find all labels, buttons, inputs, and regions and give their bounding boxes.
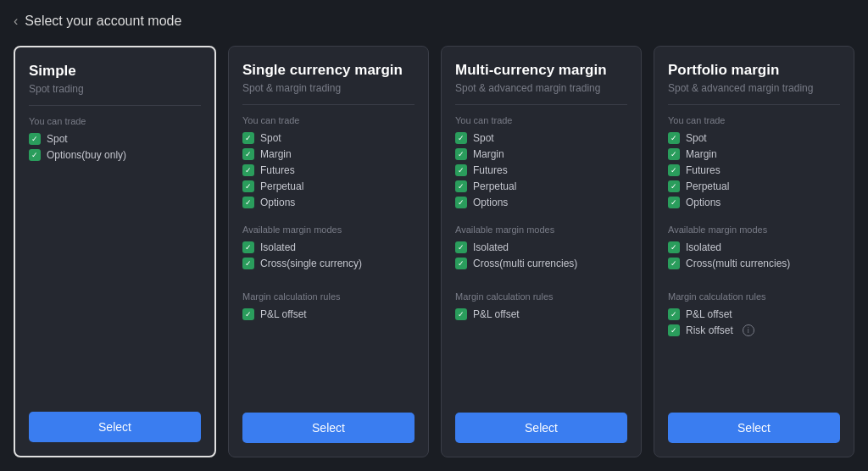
trade-item: Perpetual xyxy=(668,180,840,192)
check-icon xyxy=(668,258,680,269)
trade-item-label: Spot xyxy=(473,132,494,144)
trade-item: Futures xyxy=(455,164,627,176)
card-title: Portfolio margin xyxy=(668,62,840,79)
margin-calc-label: Margin calculation rules xyxy=(668,291,840,302)
select-button[interactable]: Select xyxy=(242,413,415,443)
check-icon xyxy=(455,308,467,320)
select-button[interactable]: Select xyxy=(29,412,201,442)
trade-item: Spot xyxy=(29,133,201,145)
trade-item: Margin xyxy=(455,148,627,160)
trade-item: Spot xyxy=(242,132,415,144)
trade-list: SpotMarginFuturesPerpetualOptions xyxy=(455,132,627,213)
trade-item-label: Perpetual xyxy=(260,180,303,192)
trade-item: Margin xyxy=(668,148,840,160)
card-subtitle: Spot & margin trading xyxy=(242,82,415,94)
page-header: ‹ Select your account mode xyxy=(14,14,854,29)
margin-mode-label: Cross(single currency) xyxy=(260,258,362,269)
margin-mode-item: Isolated xyxy=(668,241,840,253)
account-mode-card-portfolio[interactable]: Portfolio margin Spot & advanced margin … xyxy=(654,46,854,457)
margin-calc-section: Margin calculation rules P&L offsetRisk … xyxy=(668,291,840,348)
check-icon xyxy=(455,241,467,253)
trade-item: Options xyxy=(668,197,840,208)
check-icon xyxy=(668,148,680,160)
page-title: Select your account mode xyxy=(25,14,181,29)
trade-item-label: Options xyxy=(686,197,721,208)
check-icon xyxy=(668,132,680,144)
trade-item-label: Futures xyxy=(686,164,721,176)
trade-item-label: Options xyxy=(260,197,295,208)
margin-calc-item: Risk offseti xyxy=(668,324,840,336)
back-icon[interactable]: ‹ xyxy=(14,14,18,29)
cards-container: Simple Spot trading You can trade SpotOp… xyxy=(14,46,854,457)
card-subtitle: Spot & advanced margin trading xyxy=(668,82,840,94)
info-icon[interactable]: i xyxy=(743,324,754,336)
check-icon xyxy=(242,258,254,269)
check-icon xyxy=(242,132,254,144)
margin-calc-item: P&L offset xyxy=(242,308,415,320)
margin-calc-list: P&L offset xyxy=(455,308,627,320)
check-icon xyxy=(242,148,254,160)
margin-mode-label: Isolated xyxy=(260,241,296,253)
check-icon xyxy=(242,197,254,208)
check-icon xyxy=(29,133,41,145)
trade-list: SpotMarginFuturesPerpetualOptions xyxy=(242,132,415,213)
margin-mode-item: Isolated xyxy=(455,241,627,253)
margin-modes-label: Available margin modes xyxy=(242,224,415,235)
check-icon xyxy=(668,324,680,336)
margin-calc-list: P&L offsetRisk offseti xyxy=(668,308,840,336)
margin-calc-list: P&L offset xyxy=(242,308,415,320)
trade-item: Futures xyxy=(242,164,415,176)
select-button[interactable]: Select xyxy=(455,413,627,443)
margin-calc-label: Margin calculation rules xyxy=(242,291,415,302)
margin-calc-item: P&L offset xyxy=(668,308,840,320)
check-icon xyxy=(668,308,680,320)
check-icon xyxy=(242,308,254,320)
trade-item: Margin xyxy=(242,148,415,160)
trade-item-label: Margin xyxy=(260,148,292,160)
check-icon xyxy=(668,197,680,208)
check-icon xyxy=(455,180,467,192)
trade-item-label: Perpetual xyxy=(473,180,516,192)
trade-list: SpotOptions(buy only) xyxy=(29,133,201,165)
margin-calc-item: P&L offset xyxy=(455,308,627,320)
check-icon xyxy=(455,164,467,176)
account-mode-card-single-currency[interactable]: Single currency margin Spot & margin tra… xyxy=(228,46,429,457)
trade-item-label: Margin xyxy=(473,148,504,160)
check-icon xyxy=(668,164,680,176)
trade-item: Spot xyxy=(668,132,840,144)
trade-item-label: Spot xyxy=(47,133,68,145)
card-subtitle: Spot & advanced margin trading xyxy=(455,82,627,94)
margin-calc-item-label: P&L offset xyxy=(473,308,520,320)
margin-calc-label: Margin calculation rules xyxy=(455,291,627,302)
select-button[interactable]: Select xyxy=(668,413,840,443)
card-title: Single currency margin xyxy=(242,62,415,79)
trade-item: Perpetual xyxy=(455,180,627,192)
margin-modes-list: IsolatedCross(multi currencies) xyxy=(455,241,627,269)
trade-item: Options xyxy=(455,197,627,208)
check-icon xyxy=(242,180,254,192)
margin-mode-label: Cross(multi currencies) xyxy=(473,258,577,269)
margin-modes-label: Available margin modes xyxy=(455,224,627,235)
margin-mode-item: Cross(single currency) xyxy=(242,258,415,269)
divider xyxy=(29,105,201,106)
account-mode-card-simple[interactable]: Simple Spot trading You can trade SpotOp… xyxy=(14,46,216,457)
margin-calc-item-label: P&L offset xyxy=(260,308,307,320)
check-icon xyxy=(455,258,467,269)
trade-item: Options(buy only) xyxy=(29,149,201,161)
margin-calc-item-label: Risk offset xyxy=(686,324,733,336)
trade-item: Options xyxy=(242,197,415,208)
check-icon xyxy=(455,197,467,208)
margin-modes-list: IsolatedCross(multi currencies) xyxy=(668,241,840,269)
account-mode-card-multi-currency[interactable]: Multi-currency margin Spot & advanced ma… xyxy=(441,46,642,457)
trade-item: Futures xyxy=(668,164,840,176)
trade-item-label: Spot xyxy=(260,132,281,144)
margin-mode-label: Isolated xyxy=(686,241,721,253)
margin-mode-label: Cross(multi currencies) xyxy=(686,258,790,269)
you-can-trade-label: You can trade xyxy=(668,115,840,125)
trade-item-label: Margin xyxy=(686,148,717,160)
trade-item: Spot xyxy=(455,132,627,144)
trade-item-label: Spot xyxy=(686,132,707,144)
you-can-trade-label: You can trade xyxy=(455,115,627,125)
divider xyxy=(668,104,840,105)
margin-mode-item: Cross(multi currencies) xyxy=(455,258,627,269)
